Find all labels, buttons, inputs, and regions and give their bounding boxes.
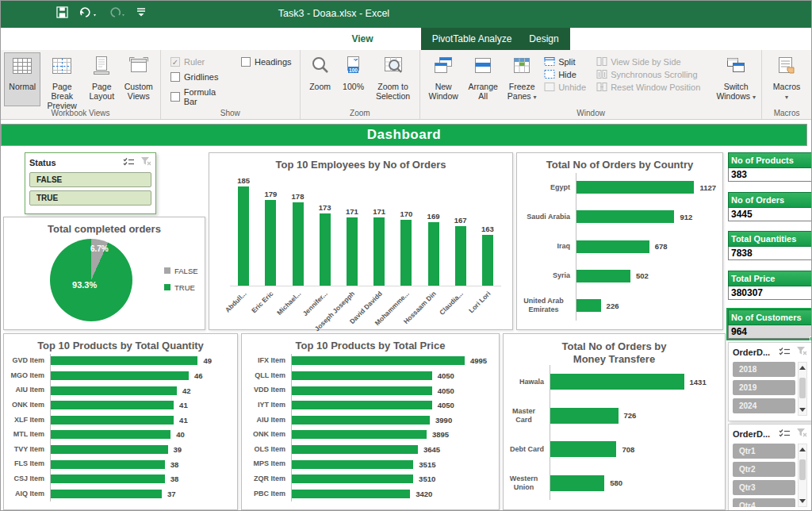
bar (550, 374, 684, 390)
custom-views-button[interactable]: Custom Views (121, 52, 157, 106)
unhide-icon (544, 82, 555, 92)
pie-chart-panel[interactable]: Total completed orders 6.7%93.3%FALSETRU… (3, 217, 205, 330)
year-slicer-title: OrderD... (733, 348, 770, 357)
kpi-value: 7838 (728, 247, 811, 260)
view-side-by-side-label: View Side by Side (611, 57, 680, 67)
page-layout-button[interactable]: Page Layout (83, 52, 120, 106)
workbook-views-group-label: Workbook Views (1, 109, 160, 117)
slicer-item-2019[interactable]: 2019 (733, 380, 795, 395)
category-label: PBC Item (242, 490, 291, 498)
clear-filter-icon (796, 345, 807, 359)
selection-handle (810, 336, 811, 341)
hide-button[interactable]: Hide (544, 69, 590, 79)
tab-page-layout[interactable]: Page Layout (128, 28, 197, 50)
tab-pivottable-analyze[interactable]: PivotTable Analyze (423, 28, 520, 50)
tab-formulas[interactable]: Formulas (197, 28, 256, 50)
tab-home[interactable]: Home (42, 28, 86, 50)
zoom-button[interactable]: Zoom (304, 52, 337, 106)
slicer-item-qtr3[interactable]: Qtr3 (733, 480, 795, 495)
freeze-panes-icon (511, 56, 532, 79)
bar-row: Western Union580 (504, 467, 718, 501)
bar-column: 173 (312, 176, 339, 286)
headings-checkbox-box (241, 57, 251, 67)
zoom-100-button[interactable]: 100 100% (337, 52, 370, 106)
data-label: 4050 (438, 386, 454, 395)
tab-insert[interactable]: Insert (86, 28, 128, 50)
tab-design[interactable]: Design (520, 28, 568, 50)
group-zoom: Zoom 100 100% Zoom to Selection Zoom (301, 50, 421, 119)
slicer-item-true[interactable]: TRUE (29, 190, 151, 206)
zoom-to-selection-button[interactable]: Zoom to Selection (370, 52, 416, 106)
kpi-label: Total Quantities (728, 231, 811, 247)
formula-bar-checkbox[interactable]: Formula Bar (170, 87, 230, 106)
multi-select-icon[interactable] (779, 345, 791, 359)
category-label: GVD Item (4, 356, 50, 365)
category-label: AIU Item (4, 386, 50, 394)
slicer-item-qtr1[interactable]: Qtr1 (733, 444, 795, 459)
slicer-item-2024[interactable]: 2024 (733, 398, 795, 413)
freeze-panes-button[interactable]: Freeze Panes ▾ (503, 52, 541, 106)
data-label: 726 (624, 411, 637, 420)
quantity-chart-title: Top 10 Products by Total Quantity (4, 334, 237, 354)
tab-review[interactable]: Review (296, 28, 342, 50)
switch-windows-button[interactable]: Switch Windows ▾ (714, 52, 758, 106)
kpi-card-1[interactable]: No of Products383 (728, 152, 811, 182)
slicer-item-false[interactable]: FALSE (29, 172, 151, 187)
kpi-card-5[interactable]: No of Customers964 (728, 309, 811, 339)
normal-view-button[interactable]: Normal (4, 52, 40, 106)
data-label: 167 (454, 216, 467, 225)
group-show: ✓Ruler Gridlines Formula Bar Headings Sh… (161, 50, 301, 119)
country-chart-panel[interactable]: Total No of Orders by Country Egypt1127S… (516, 152, 723, 330)
multi-select-icon[interactable] (123, 156, 135, 170)
kpi-label: No of Orders (728, 192, 811, 208)
gridlines-checkbox[interactable]: Gridlines (170, 72, 230, 82)
tab-file[interactable]: File (7, 28, 42, 50)
slicer-item-2018[interactable]: 2018 (733, 362, 795, 377)
reset-window-position-icon (596, 82, 607, 92)
data-label: 3420 (416, 490, 432, 498)
quantity-chart-panel[interactable]: Top 10 Products by Total Quantity GVD It… (3, 333, 238, 510)
split-button[interactable]: Split (544, 56, 590, 67)
bar-row: United Arab Emirates226 (517, 290, 716, 320)
data-label: 171 (346, 207, 358, 216)
pie: 6.7%93.3% (50, 239, 132, 321)
tab-help[interactable]: Help (383, 28, 421, 50)
ruler-checkbox[interactable]: ✓Ruler (170, 57, 230, 67)
category-label: MPS Item (242, 459, 291, 468)
arrange-all-button[interactable]: Arrange All (463, 52, 503, 106)
tab-data[interactable]: Data (256, 28, 296, 50)
price-chart-panel[interactable]: Top 10 Products by Total Price IFX Item4… (241, 333, 500, 510)
order-date-year-slicer[interactable]: OrderD... 201820192024 (728, 342, 811, 421)
kpi-value: 380307 (728, 286, 811, 300)
macros-button[interactable]: Macros▾ (766, 52, 807, 106)
bar (51, 371, 189, 380)
tell-me-box[interactable]: Tell me what you want to do (586, 28, 720, 50)
kpi-card-3[interactable]: Total Quantities7838 (728, 231, 811, 260)
page-break-preview-button[interactable]: Page Break Preview (40, 52, 83, 106)
switch-windows-dropdown-icon: ▾ (753, 94, 756, 101)
slicer-scrollbar[interactable] (798, 362, 807, 416)
kpi-card-4[interactable]: Total Price380307 (728, 271, 811, 300)
kpi-card-2[interactable]: No of Orders3445 (728, 192, 811, 221)
multi-select-icon[interactable] (779, 427, 791, 441)
bar (550, 408, 619, 424)
order-date-quarter-slicer[interactable]: OrderD... Qtr1Qtr2Qtr3Qtr4 (728, 424, 811, 511)
slicer-item-qtr4[interactable]: Qtr4 (733, 498, 795, 507)
reset-window-position-button: Reset Window Position (596, 82, 710, 92)
data-label: 226 (607, 302, 619, 310)
bar (455, 226, 466, 286)
employees-chart-panel[interactable]: Top 10 Employees by No of Orders 1851791… (209, 152, 513, 330)
money-transfer-chart-panel[interactable]: Total No of Orders by Money Transfere Ha… (503, 333, 726, 510)
legend-entry: FALSE (164, 267, 198, 275)
bar-column: 171 (339, 176, 366, 286)
clear-filter-icon (796, 427, 807, 441)
tab-view[interactable]: View (342, 28, 383, 50)
kpi-value: 383 (728, 168, 811, 182)
category-label: MGO Item (4, 371, 50, 380)
status-slicer[interactable]: Status FALSETRUE (25, 152, 156, 214)
slicer-item-qtr2[interactable]: Qtr2 (733, 462, 795, 477)
headings-checkbox[interactable]: Headings (241, 57, 291, 67)
new-window-button[interactable]: New Window (423, 52, 463, 106)
group-macros: Macros▾ Macros (762, 50, 811, 119)
slicer-scrollbar[interactable] (798, 444, 807, 507)
